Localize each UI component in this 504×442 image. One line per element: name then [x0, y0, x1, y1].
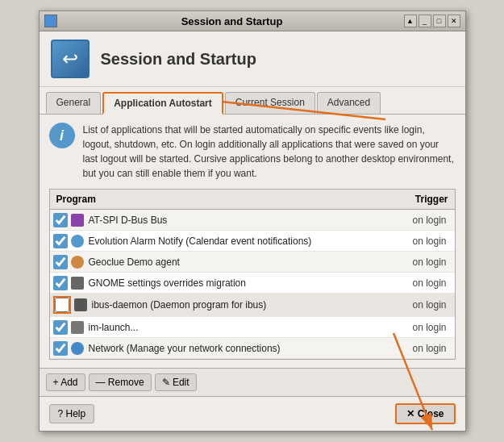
row-label-ibus: ibus-daemon (Daemon program for ibus) — [92, 299, 387, 311]
info-description: List of applications that will be starte… — [83, 123, 456, 181]
app-icon-gnome — [71, 277, 84, 290]
row-trigger-imlaunch: on login — [387, 322, 452, 333]
row-trigger-at-spi: on login — [387, 215, 452, 226]
row-label-at-spi: AT-SPI D-Bus Bus — [89, 215, 387, 226]
row-checkbox-container-ibus — [53, 296, 71, 314]
app-icon: ↩ — [51, 40, 90, 78]
tab-general[interactable]: General — [46, 92, 102, 114]
table-row: AT-SPI D-Bus Bus on login — [50, 210, 455, 231]
row-checkbox-geoclue[interactable] — [53, 255, 68, 269]
row-checkbox-at-spi[interactable] — [53, 213, 68, 227]
row-label-imlaunch: im-launch... — [89, 322, 387, 333]
table-row: Evolution Alarm Notify (Calendar event n… — [50, 231, 455, 252]
table-toolbar: + Add — Remove ✎ Edit — [40, 368, 465, 397]
row-checkbox-evolution[interactable] — [53, 234, 68, 248]
app-icon-ibus — [74, 298, 87, 311]
table-row: GNOME settings overrides migration on lo… — [50, 273, 455, 294]
bottom-bar: ? Help ✕ Close — [40, 397, 465, 431]
row-trigger-evolution: on login — [387, 236, 452, 247]
tab-content: i List of applications that will be star… — [40, 115, 465, 368]
window-title: Session and Startup — [101, 50, 256, 69]
titlebar: Session and Startup ▲ _ □ ✕ — [40, 11, 465, 31]
info-icon: i — [49, 123, 75, 148]
row-trigger-gnome: on login — [387, 277, 452, 289]
titlebar-title: Session and Startup — [60, 15, 404, 27]
row-trigger-ibus: on login — [387, 299, 452, 311]
table-row: Geoclue Demo agent on login — [50, 252, 455, 273]
table-row: im-launch... on login — [50, 317, 455, 338]
titlebar-maximize-up-btn[interactable]: ▲ — [404, 15, 417, 27]
titlebar-minimize-btn[interactable]: _ — [419, 15, 431, 27]
row-checkbox-imlaunch[interactable] — [53, 320, 68, 335]
window-header: ↩ Session and Startup — [40, 31, 465, 87]
titlebar-restore-btn[interactable]: □ — [433, 15, 446, 27]
app-icon-geoclue — [71, 256, 84, 269]
session-startup-window: Session and Startup ▲ _ □ ✕ ↩ Session an… — [39, 10, 466, 432]
row-label-network: Network (Manage your network connections… — [89, 343, 387, 354]
row-trigger-geoclue: on login — [387, 256, 452, 268]
app-icon-network — [71, 342, 84, 355]
row-label-evolution: Evolution Alarm Notify (Calendar event n… — [89, 236, 387, 247]
tab-current-session[interactable]: Current Session — [225, 92, 315, 114]
app-icon-evolution — [71, 235, 84, 248]
app-icon-imlaunch — [71, 321, 84, 334]
row-label-geoclue: Geoclue Demo agent — [89, 256, 387, 268]
row-checkbox-ibus[interactable] — [55, 298, 69, 312]
row-label-gnome: GNOME settings overrides migration — [89, 277, 387, 289]
app-autostart-table: Program Trigger AT-SPI D-Bus Bus on logi… — [49, 189, 456, 360]
tab-advanced[interactable]: Advanced — [317, 92, 381, 114]
table-header: Program Trigger — [50, 190, 455, 210]
add-button[interactable]: + Add — [46, 373, 85, 391]
row-checkbox-gnome[interactable] — [53, 276, 68, 290]
titlebar-app-icon — [44, 15, 57, 27]
edit-button[interactable]: ✎ Edit — [155, 373, 197, 391]
info-box: i List of applications that will be star… — [49, 123, 456, 181]
app-icon-at-spi — [71, 214, 84, 227]
table-row-ibus: ibus-daemon (Daemon program for ibus) on… — [50, 294, 455, 317]
titlebar-controls: ▲ _ □ ✕ — [404, 15, 460, 27]
col-program: Program — [50, 192, 390, 206]
col-trigger: Trigger — [390, 192, 455, 206]
row-checkbox-network[interactable] — [53, 341, 68, 356]
titlebar-close-btn[interactable]: ✕ — [448, 15, 460, 27]
tabs-bar: General Application Autostart Current Se… — [40, 87, 465, 115]
remove-button[interactable]: — Remove — [89, 373, 152, 391]
row-trigger-network: on login — [387, 343, 452, 354]
tab-application-autostart[interactable]: Application Autostart — [102, 92, 223, 115]
help-button[interactable]: ? Help — [49, 404, 95, 423]
table-row: Network (Manage your network connections… — [50, 338, 455, 359]
close-button[interactable]: ✕ Close — [395, 403, 455, 424]
